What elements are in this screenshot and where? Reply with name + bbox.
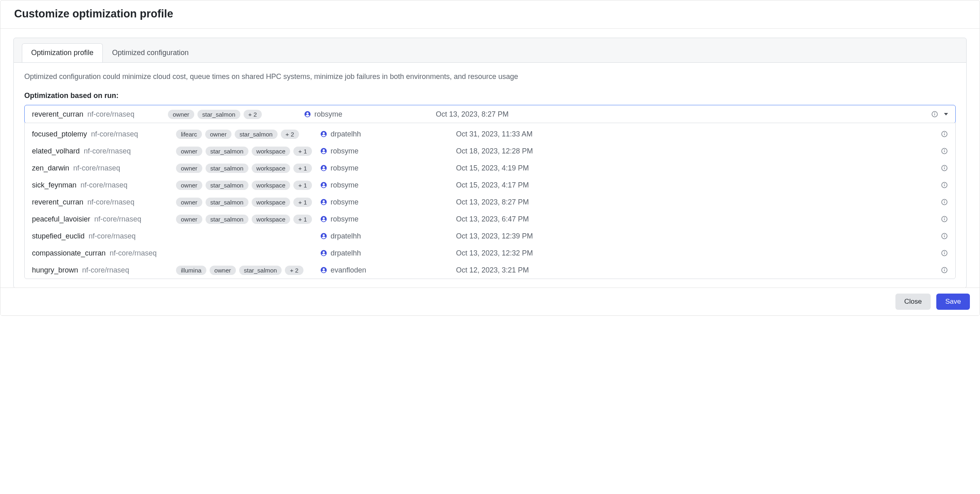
- run-option-name-col: zen_darwinnf-core/rnaseq: [32, 164, 174, 172]
- tag: star_salmon: [206, 198, 248, 207]
- user-icon: [320, 147, 327, 155]
- run-option-pipeline: nf-core/rnaseq: [91, 130, 138, 138]
- tag: owner: [168, 110, 194, 119]
- run-option[interactable]: elated_volhardnf-core/rnaseqownerstar_sa…: [25, 143, 955, 160]
- run-option-username: drpatelhh: [331, 130, 361, 138]
- run-option-username: evanfloden: [331, 266, 366, 275]
- run-option-user: robsyme: [320, 198, 454, 207]
- info-icon[interactable]: [941, 164, 948, 172]
- run-option[interactable]: zen_darwinnf-core/rnaseqownerstar_salmon…: [25, 160, 955, 177]
- tag: owner: [176, 215, 202, 224]
- run-option-username: drpatelhh: [331, 232, 361, 241]
- run-option-date: Oct 13, 2023, 12:39 PM: [456, 232, 921, 241]
- run-option-username: robsyme: [331, 164, 358, 172]
- run-option-username: robsyme: [331, 215, 358, 224]
- tab-optimization-profile[interactable]: Optimization profile: [22, 43, 103, 63]
- selected-run-name-col: reverent_curran nf-core/rnaseq: [32, 110, 165, 119]
- info-icon[interactable]: [941, 215, 948, 223]
- user-icon: [320, 181, 327, 189]
- run-option-name-col: reverent_currannf-core/rnaseq: [32, 198, 174, 207]
- run-option[interactable]: focused_ptolemynf-core/rnaseqlifearcowne…: [25, 126, 955, 143]
- run-option-username: robsyme: [331, 198, 358, 207]
- run-option-actions: [924, 130, 948, 138]
- user-icon: [304, 111, 311, 118]
- close-button[interactable]: Close: [895, 294, 931, 310]
- selected-run-name: reverent_curran: [32, 110, 83, 119]
- tabbar: Optimization profile Optimized configura…: [13, 38, 967, 63]
- run-option-actions: [924, 232, 948, 240]
- tag: star_salmon: [206, 164, 248, 173]
- run-option-actions: [924, 147, 948, 155]
- tag: illumina: [176, 266, 206, 275]
- modal-footer: Close Save: [0, 287, 980, 315]
- run-option-date: Oct 13, 2023, 6:47 PM: [456, 215, 921, 224]
- tag: star_salmon: [206, 181, 248, 190]
- run-option-name-col: hungry_brownnf-core/rnaseq: [32, 266, 174, 275]
- run-option-name: compassionate_curran: [32, 249, 106, 258]
- tag: owner: [205, 130, 231, 139]
- run-option-name-col: compassionate_currannf-core/rnaseq: [32, 249, 174, 258]
- run-option-name-col: focused_ptolemynf-core/rnaseq: [32, 130, 174, 138]
- tag: + 1: [293, 198, 312, 207]
- run-option-name: focused_ptolemy: [32, 130, 87, 138]
- info-icon[interactable]: [941, 147, 948, 155]
- run-option-pipeline: nf-core/rnaseq: [110, 249, 157, 258]
- run-option-user: robsyme: [320, 181, 454, 190]
- run-option-name-col: sick_feynmannf-core/rnaseq: [32, 181, 174, 190]
- info-icon[interactable]: [941, 198, 948, 206]
- run-option[interactable]: reverent_currannf-core/rnaseqownerstar_s…: [25, 194, 955, 211]
- tag: workspace: [252, 215, 291, 224]
- selected-run-date: Oct 13, 2023, 8:27 PM: [436, 110, 921, 119]
- run-option[interactable]: compassionate_currannf-core/rnaseqdrpate…: [25, 245, 955, 262]
- tag: + 1: [293, 215, 312, 224]
- run-option-username: drpatelhh: [331, 249, 361, 258]
- run-option-name: sick_feynman: [32, 181, 76, 190]
- run-option-name-col: stupefied_euclidnf-core/rnaseq: [32, 232, 174, 241]
- run-option-user: drpatelhh: [320, 130, 454, 138]
- run-option-pipeline: nf-core/rnaseq: [89, 232, 136, 241]
- info-icon[interactable]: [941, 266, 948, 274]
- info-icon[interactable]: [941, 232, 948, 240]
- tag: workspace: [252, 147, 291, 156]
- tag: + 1: [293, 181, 312, 190]
- tag: + 2: [244, 110, 262, 119]
- run-option-user: robsyme: [320, 164, 454, 172]
- info-icon[interactable]: [941, 249, 948, 257]
- selected-run-user: robsyme: [304, 110, 433, 119]
- run-option-date: Oct 18, 2023, 12:28 PM: [456, 147, 921, 155]
- run-option-date: Oct 13, 2023, 12:32 PM: [456, 249, 921, 258]
- save-button[interactable]: Save: [936, 294, 970, 310]
- tag: workspace: [252, 181, 291, 190]
- chevron-down-icon[interactable]: [944, 113, 948, 115]
- run-option-name: hungry_brown: [32, 266, 78, 275]
- run-option-date: Oct 12, 2023, 3:21 PM: [456, 266, 921, 275]
- run-option-tags: ownerstar_salmonworkspace+ 1: [176, 181, 318, 190]
- run-option[interactable]: hungry_brownnf-core/rnaseqilluminaowners…: [25, 262, 955, 279]
- tag: owner: [176, 164, 202, 173]
- tab-optimized-configuration[interactable]: Optimized configuration: [103, 43, 198, 63]
- tag: star_salmon: [206, 147, 248, 156]
- run-option[interactable]: peaceful_lavoisiernf-core/rnaseqownersta…: [25, 211, 955, 228]
- run-option-actions: [924, 198, 948, 206]
- info-icon[interactable]: [941, 130, 948, 138]
- info-icon[interactable]: [941, 181, 948, 189]
- run-option-date: Oct 15, 2023, 4:19 PM: [456, 164, 921, 172]
- tag: workspace: [252, 198, 291, 207]
- run-option-name: stupefied_euclid: [32, 232, 85, 241]
- modal-title: Customize optimization profile: [14, 8, 966, 20]
- svg-point-29: [944, 269, 945, 269]
- tag: owner: [176, 147, 202, 156]
- customize-optimization-modal: Customize optimization profile Optimizat…: [0, 0, 980, 316]
- tag: owner: [210, 266, 236, 275]
- selected-run-tags: ownerstar_salmon+ 2: [168, 110, 301, 119]
- svg-point-26: [944, 252, 945, 252]
- run-option-pipeline: nf-core/rnaseq: [82, 266, 129, 275]
- run-select[interactable]: reverent_curran nf-core/rnaseq ownerstar…: [24, 105, 956, 124]
- run-option[interactable]: stupefied_euclidnf-core/rnaseqdrpatelhhO…: [25, 228, 955, 245]
- run-option-tags: ownerstar_salmonworkspace+ 1: [176, 147, 318, 156]
- info-icon[interactable]: [931, 111, 938, 118]
- run-option-pipeline: nf-core/rnaseq: [94, 215, 141, 224]
- run-option[interactable]: sick_feynmannf-core/rnaseqownerstar_salm…: [25, 177, 955, 194]
- tag: + 1: [293, 164, 312, 173]
- svg-point-14: [944, 184, 945, 184]
